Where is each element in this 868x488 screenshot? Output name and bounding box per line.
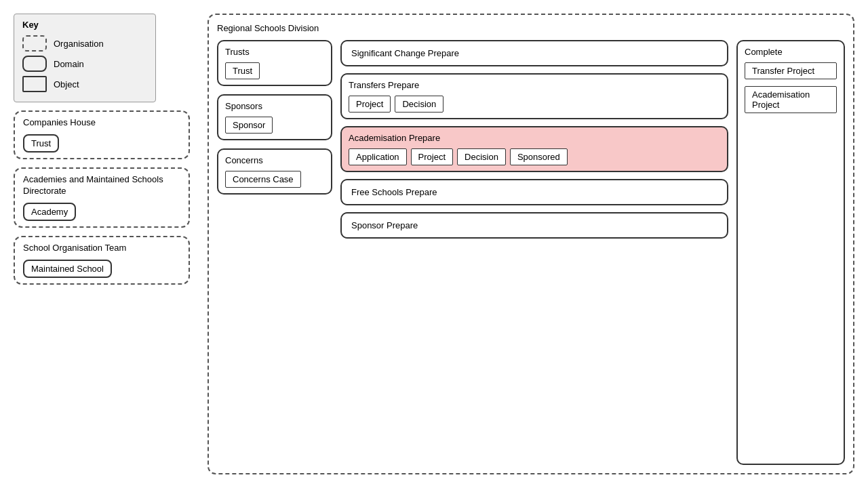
main-content: Trusts Trust Sponsors Sponsor Concerns C…	[217, 40, 845, 465]
domain-concerns-label: Concerns	[225, 155, 324, 165]
section-academisation-prepare: Academisation Prepare Application Projec…	[340, 126, 728, 172]
section-complete: Complete Transfer Project Academisation …	[736, 40, 845, 465]
object-acad-project: Project	[411, 148, 453, 165]
main-left-column: Trusts Trust Sponsors Sponsor Concerns C…	[217, 40, 332, 465]
object-transfer-project: Transfer Project	[745, 62, 837, 79]
org-academies-directorate: Academies and Maintained Schools Directo…	[14, 167, 190, 228]
domain-maintained-school: Maintained School	[23, 260, 112, 278]
academisation-prepare-label: Academisation Prepare	[349, 133, 720, 143]
org-school-org-team-title: School Organisation Team	[23, 243, 180, 254]
significant-change-prepare-label: Significant Change Prepare	[351, 48, 459, 58]
academisation-prepare-objects: Application Project Decision Sponsored	[349, 148, 720, 165]
free-schools-prepare-label: Free Schools Prepare	[351, 187, 437, 197]
key-label-object: Object	[54, 79, 79, 89]
org-companies-house-title: Companies House	[23, 117, 180, 129]
domain-sponsors-label: Sponsors	[225, 101, 324, 111]
main-middle-column: Significant Change Prepare Transfers Pre…	[340, 40, 728, 465]
section-free-schools-prepare: Free Schools Prepare	[340, 179, 728, 205]
organisation-shape-icon	[22, 35, 47, 52]
main-title: Regional Schools Division	[217, 23, 845, 33]
object-concerns-case: Concerns Case	[225, 171, 301, 188]
main-area: Regional Schools Division Trusts Trust S…	[208, 14, 854, 474]
section-transfers-prepare: Transfers Prepare Project Decision	[340, 73, 728, 119]
key-title: Key	[22, 20, 147, 30]
key-item-object: Object	[22, 76, 147, 92]
org-academies-directorate-title: Academies and Maintained Schools Directo…	[23, 174, 180, 197]
domain-trusts-label: Trusts	[225, 47, 324, 57]
org-school-org-team: School Organisation Team Maintained Scho…	[14, 236, 190, 285]
key-box: Key Organisation Domain Object	[14, 14, 156, 102]
object-application: Application	[349, 148, 407, 165]
key-item-organisation: Organisation	[22, 35, 147, 52]
transfers-prepare-objects: Project Decision	[349, 96, 720, 113]
main-right-column: Complete Transfer Project Academisation …	[736, 40, 845, 465]
object-transfers-decision: Decision	[395, 96, 443, 113]
object-shape-icon	[22, 76, 47, 92]
key-label-organisation: Organisation	[54, 39, 104, 49]
domain-trusts: Trusts Trust	[217, 40, 332, 86]
object-acad-decision: Decision	[457, 148, 506, 165]
transfers-prepare-label: Transfers Prepare	[349, 80, 720, 90]
complete-objects: Transfer Project Academisation Project	[745, 62, 837, 113]
domain-sponsors: Sponsors Sponsor	[217, 94, 332, 140]
key-item-domain: Domain	[22, 56, 147, 72]
org-companies-house: Companies House Trust	[14, 110, 190, 159]
object-transfers-project: Project	[349, 96, 391, 113]
left-column: Key Organisation Domain Object Companies…	[14, 14, 197, 474]
object-trust: Trust	[225, 62, 260, 79]
domain-trust-ch: Trust	[23, 134, 59, 152]
domain-academy: Academy	[23, 203, 76, 221]
section-significant-change-prepare: Significant Change Prepare	[340, 40, 728, 66]
key-label-domain: Domain	[54, 59, 84, 69]
object-sponsored: Sponsored	[510, 148, 568, 165]
domain-concerns: Concerns Concerns Case	[217, 148, 332, 195]
section-sponsor-prepare: Sponsor Prepare	[340, 212, 728, 239]
domain-shape-icon	[22, 56, 47, 72]
sponsor-prepare-label: Sponsor Prepare	[351, 220, 418, 230]
object-sponsor: Sponsor	[225, 117, 273, 134]
complete-title: Complete	[745, 47, 837, 57]
object-academisation-project: Academisation Project	[745, 86, 837, 113]
